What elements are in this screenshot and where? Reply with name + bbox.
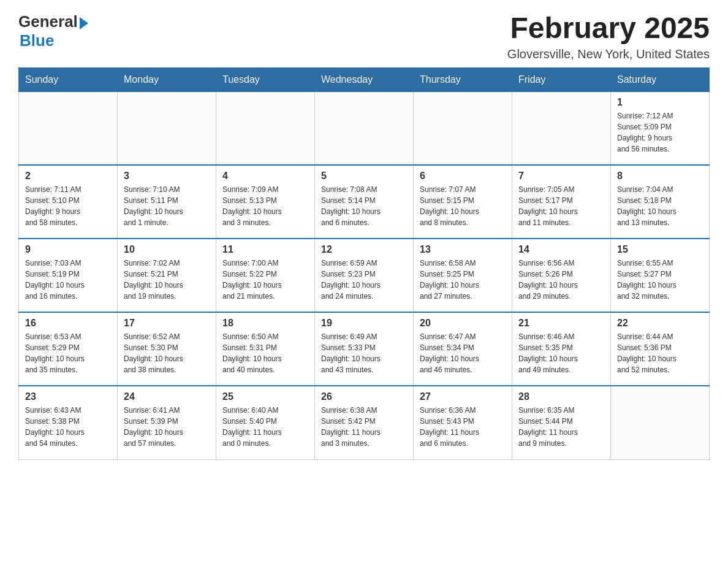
day-number: 21 [518, 318, 604, 329]
table-row [512, 91, 611, 165]
table-row: 1Sunrise: 7:12 AMSunset: 5:09 PMDaylight… [611, 91, 710, 165]
day-info: Sunrise: 6:44 AMSunset: 5:36 PMDaylight:… [617, 331, 703, 375]
table-row: 13Sunrise: 6:58 AMSunset: 5:25 PMDayligh… [414, 239, 512, 312]
table-row: 25Sunrise: 6:40 AMSunset: 5:40 PMDayligh… [216, 386, 315, 459]
table-row: 14Sunrise: 6:56 AMSunset: 5:26 PMDayligh… [512, 239, 611, 312]
day-info: Sunrise: 7:00 AMSunset: 5:22 PMDaylight:… [222, 258, 308, 302]
day-number: 18 [222, 318, 308, 329]
table-row: 4Sunrise: 7:09 AMSunset: 5:13 PMDaylight… [216, 165, 315, 239]
table-row: 16Sunrise: 6:53 AMSunset: 5:29 PMDayligh… [19, 312, 118, 386]
header-tuesday: Tuesday [216, 67, 315, 91]
day-number: 13 [420, 244, 506, 255]
table-row: 19Sunrise: 6:49 AMSunset: 5:33 PMDayligh… [315, 312, 414, 386]
table-row: 6Sunrise: 7:07 AMSunset: 5:15 PMDaylight… [414, 165, 512, 239]
day-info: Sunrise: 6:40 AMSunset: 5:40 PMDaylight:… [222, 405, 308, 449]
day-number: 12 [321, 244, 407, 255]
day-number: 1 [617, 97, 703, 108]
page-header: General Blue February 2025 Gloversville,… [18, 12, 710, 61]
table-row: 10Sunrise: 7:02 AMSunset: 5:21 PMDayligh… [118, 239, 216, 312]
day-number: 5 [321, 170, 407, 182]
day-number: 20 [420, 318, 506, 329]
day-number: 27 [420, 391, 506, 402]
table-row: 27Sunrise: 6:36 AMSunset: 5:43 PMDayligh… [414, 386, 512, 459]
day-number: 26 [321, 391, 407, 402]
day-info: Sunrise: 6:49 AMSunset: 5:33 PMDaylight:… [321, 331, 407, 375]
table-row: 24Sunrise: 6:41 AMSunset: 5:39 PMDayligh… [118, 386, 216, 459]
day-number: 4 [222, 170, 308, 182]
table-row: 23Sunrise: 6:43 AMSunset: 5:38 PMDayligh… [19, 386, 118, 459]
day-info: Sunrise: 6:46 AMSunset: 5:35 PMDaylight:… [518, 331, 604, 375]
table-row: 18Sunrise: 6:50 AMSunset: 5:31 PMDayligh… [216, 312, 315, 386]
table-row [611, 386, 710, 459]
day-number: 14 [518, 244, 604, 255]
day-number: 17 [124, 318, 210, 329]
day-info: Sunrise: 6:38 AMSunset: 5:42 PMDaylight:… [321, 405, 407, 449]
location: Gloversville, New York, United States [507, 47, 710, 61]
day-info: Sunrise: 6:58 AMSunset: 5:25 PMDaylight:… [420, 258, 506, 302]
table-row: 21Sunrise: 6:46 AMSunset: 5:35 PMDayligh… [512, 312, 611, 386]
day-number: 7 [518, 170, 604, 182]
day-number: 23 [25, 391, 111, 402]
table-row: 11Sunrise: 7:00 AMSunset: 5:22 PMDayligh… [216, 239, 315, 312]
day-info: Sunrise: 7:08 AMSunset: 5:14 PMDaylight:… [321, 184, 407, 228]
logo: General Blue [18, 12, 88, 50]
day-info: Sunrise: 7:11 AMSunset: 5:10 PMDaylight:… [25, 184, 111, 228]
title-section: February 2025 Gloversville, New York, Un… [507, 12, 710, 61]
header-monday: Monday [118, 67, 216, 91]
header-wednesday: Wednesday [315, 67, 414, 91]
day-info: Sunrise: 7:12 AMSunset: 5:09 PMDaylight:… [617, 110, 703, 155]
day-number: 8 [617, 170, 703, 182]
table-row: 15Sunrise: 6:55 AMSunset: 5:27 PMDayligh… [611, 239, 710, 312]
day-info: Sunrise: 7:03 AMSunset: 5:19 PMDaylight:… [25, 258, 111, 302]
table-row: 12Sunrise: 6:59 AMSunset: 5:23 PMDayligh… [315, 239, 414, 312]
day-number: 16 [25, 318, 111, 329]
logo-general-text: General [18, 12, 78, 31]
day-number: 28 [518, 391, 604, 402]
day-number: 6 [420, 170, 506, 182]
calendar-table: Sunday Monday Tuesday Wednesday Thursday… [18, 67, 710, 460]
day-number: 25 [222, 391, 308, 402]
day-info: Sunrise: 7:05 AMSunset: 5:17 PMDaylight:… [518, 184, 604, 228]
day-info: Sunrise: 7:10 AMSunset: 5:11 PMDaylight:… [124, 184, 210, 228]
calendar-week-2: 2Sunrise: 7:11 AMSunset: 5:10 PMDaylight… [19, 165, 710, 239]
table-row [315, 91, 414, 165]
table-row: 17Sunrise: 6:52 AMSunset: 5:30 PMDayligh… [118, 312, 216, 386]
table-row: 9Sunrise: 7:03 AMSunset: 5:19 PMDaylight… [19, 239, 118, 312]
day-info: Sunrise: 7:07 AMSunset: 5:15 PMDaylight:… [420, 184, 506, 228]
logo-blue-text: Blue [20, 31, 54, 50]
month-title: February 2025 [507, 12, 710, 45]
table-row: 26Sunrise: 6:38 AMSunset: 5:42 PMDayligh… [315, 386, 414, 459]
day-info: Sunrise: 6:47 AMSunset: 5:34 PMDaylight:… [420, 331, 506, 375]
day-number: 24 [124, 391, 210, 402]
day-number: 10 [124, 244, 210, 255]
calendar-week-4: 16Sunrise: 6:53 AMSunset: 5:29 PMDayligh… [19, 312, 710, 386]
header-sunday: Sunday [19, 67, 118, 91]
header-saturday: Saturday [611, 67, 710, 91]
table-row [118, 91, 216, 165]
day-info: Sunrise: 6:36 AMSunset: 5:43 PMDaylight:… [420, 405, 506, 449]
day-info: Sunrise: 6:55 AMSunset: 5:27 PMDaylight:… [617, 258, 703, 302]
day-info: Sunrise: 6:41 AMSunset: 5:39 PMDaylight:… [124, 405, 210, 449]
day-number: 11 [222, 244, 308, 255]
table-row [414, 91, 512, 165]
table-row: 20Sunrise: 6:47 AMSunset: 5:34 PMDayligh… [414, 312, 512, 386]
day-info: Sunrise: 7:04 AMSunset: 5:18 PMDaylight:… [617, 184, 703, 228]
day-info: Sunrise: 6:59 AMSunset: 5:23 PMDaylight:… [321, 258, 407, 302]
calendar-week-1: 1Sunrise: 7:12 AMSunset: 5:09 PMDaylight… [19, 91, 710, 165]
table-row: 7Sunrise: 7:05 AMSunset: 5:17 PMDaylight… [512, 165, 611, 239]
day-number: 15 [617, 244, 703, 255]
calendar-header-row: Sunday Monday Tuesday Wednesday Thursday… [19, 67, 710, 91]
day-info: Sunrise: 7:02 AMSunset: 5:21 PMDaylight:… [124, 258, 210, 302]
table-row: 5Sunrise: 7:08 AMSunset: 5:14 PMDaylight… [315, 165, 414, 239]
day-number: 2 [25, 170, 111, 182]
calendar-week-5: 23Sunrise: 6:43 AMSunset: 5:38 PMDayligh… [19, 386, 710, 459]
calendar-week-3: 9Sunrise: 7:03 AMSunset: 5:19 PMDaylight… [19, 239, 710, 312]
table-row: 28Sunrise: 6:35 AMSunset: 5:44 PMDayligh… [512, 386, 611, 459]
day-number: 9 [25, 244, 111, 255]
day-number: 3 [124, 170, 210, 182]
logo-arrow-icon [80, 17, 88, 29]
day-info: Sunrise: 7:09 AMSunset: 5:13 PMDaylight:… [222, 184, 308, 228]
header-friday: Friday [512, 67, 611, 91]
day-info: Sunrise: 6:52 AMSunset: 5:30 PMDaylight:… [124, 331, 210, 375]
table-row: 2Sunrise: 7:11 AMSunset: 5:10 PMDaylight… [19, 165, 118, 239]
